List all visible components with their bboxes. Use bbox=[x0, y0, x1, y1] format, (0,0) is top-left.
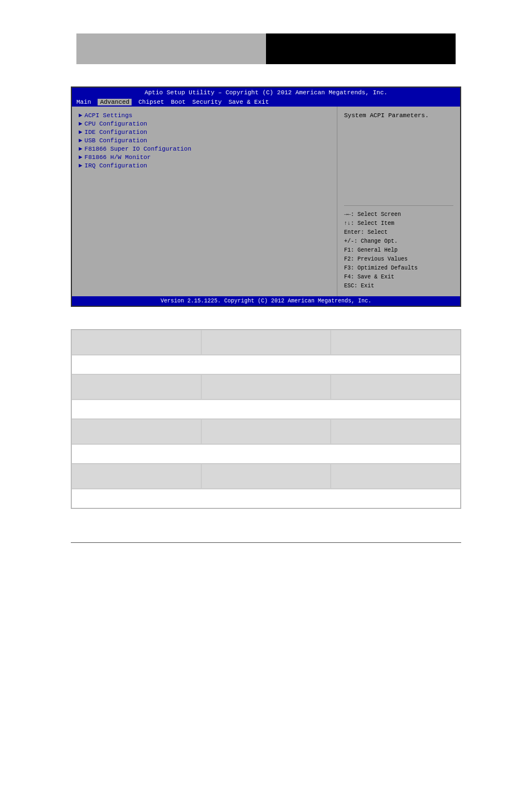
table-cell bbox=[71, 374, 201, 399]
bios-item-label: ACPI Settings bbox=[85, 112, 133, 119]
table-cell bbox=[201, 464, 331, 489]
table-row-full bbox=[71, 399, 461, 419]
table-cell bbox=[331, 419, 461, 444]
menu-advanced[interactable]: Advanced bbox=[98, 99, 132, 105]
bottom-divider bbox=[71, 542, 461, 543]
top-header bbox=[76, 33, 456, 64]
menu-main[interactable]: Main bbox=[76, 99, 91, 105]
bios-left-panel: ► ACPI Settings ► CPU Configuration ► ID… bbox=[72, 107, 337, 296]
table-cell bbox=[201, 374, 331, 399]
bios-item-label: IRQ Configuration bbox=[85, 162, 147, 169]
shortcut-f4: F4: Save & Exit bbox=[344, 273, 453, 282]
bios-menu-cpu[interactable]: ► CPU Configuration bbox=[79, 121, 330, 127]
bios-title-bar: Aptio Setup Utility – Copyright (C) 2012… bbox=[72, 88, 460, 98]
bios-menu-f81866-hw[interactable]: ► F81866 H/W Monitor bbox=[79, 154, 330, 161]
menu-chipset[interactable]: Chipset bbox=[138, 99, 164, 105]
table-row bbox=[71, 419, 461, 444]
arrow-icon: ► bbox=[79, 154, 83, 161]
bios-menu-acpi[interactable]: ► ACPI Settings bbox=[79, 112, 330, 119]
bios-footer: Version 2.15.1225. Copyright (C) 2012 Am… bbox=[72, 296, 460, 306]
top-header-left bbox=[76, 33, 266, 64]
shortcut-select-item: ↑↓: Select Item bbox=[344, 219, 453, 228]
table-cell bbox=[331, 330, 461, 355]
table-row-full bbox=[71, 489, 461, 508]
shortcut-select-screen: →←: Select Screen bbox=[344, 210, 453, 219]
bios-shortcuts: →←: Select Screen ↑↓: Select Item Enter:… bbox=[344, 210, 453, 291]
bios-menu-usb[interactable]: ► USB Configuration bbox=[79, 137, 330, 144]
table-row-full bbox=[71, 444, 461, 464]
table-cell bbox=[201, 330, 331, 355]
table-cell bbox=[71, 464, 201, 489]
bios-screenshot: Aptio Setup Utility – Copyright (C) 2012… bbox=[71, 86, 461, 307]
shortcut-enter: Enter: Select bbox=[344, 228, 453, 237]
table-cell bbox=[331, 374, 461, 399]
arrow-icon: ► bbox=[79, 129, 83, 136]
shortcut-f3: F3: Optimized Defaults bbox=[344, 264, 453, 273]
table-cell bbox=[71, 330, 201, 355]
top-header-right bbox=[266, 33, 456, 64]
bios-item-label: CPU Configuration bbox=[85, 121, 147, 127]
bios-item-label: F81866 Super IO Configuration bbox=[85, 146, 191, 152]
shortcut-change-opt: +/-: Change Opt. bbox=[344, 237, 453, 246]
arrow-icon: ► bbox=[79, 146, 83, 152]
arrow-icon: ► bbox=[79, 121, 83, 127]
table-cell bbox=[201, 419, 331, 444]
bios-item-label: USB Configuration bbox=[85, 137, 147, 144]
table-row-full bbox=[71, 355, 461, 374]
shortcut-esc: ESC: Exit bbox=[344, 282, 453, 291]
menu-save-exit[interactable]: Save & Exit bbox=[229, 99, 269, 105]
bios-right-panel: System ACPI Parameters. →←: Select Scree… bbox=[337, 107, 460, 296]
arrow-icon: ► bbox=[79, 112, 83, 119]
menu-boot[interactable]: Boot bbox=[171, 99, 185, 105]
shortcut-f1: F1: General Help bbox=[344, 246, 453, 255]
table-row bbox=[71, 464, 461, 489]
table-section bbox=[71, 329, 461, 509]
bios-divider bbox=[344, 205, 453, 206]
bios-menu-bar: Main Advanced Chipset Boot Security Save… bbox=[72, 98, 460, 107]
bios-item-label: IDE Configuration bbox=[85, 129, 147, 136]
table-row bbox=[71, 330, 461, 355]
table-cell bbox=[331, 464, 461, 489]
bios-menu-irq[interactable]: ► IRQ Configuration bbox=[79, 162, 330, 169]
table-row bbox=[71, 374, 461, 399]
bios-menu-f81866-superio[interactable]: ► F81866 Super IO Configuration bbox=[79, 146, 330, 152]
table-cell bbox=[71, 419, 201, 444]
bios-description: System ACPI Parameters. bbox=[344, 112, 453, 119]
bios-item-label: F81866 H/W Monitor bbox=[85, 154, 151, 161]
bios-version: Version 2.15.1225. Copyright (C) 2012 Am… bbox=[161, 298, 371, 304]
menu-security[interactable]: Security bbox=[192, 99, 222, 105]
arrow-icon: ► bbox=[79, 162, 83, 169]
shortcut-f2: F2: Previous Values bbox=[344, 255, 453, 264]
arrow-icon: ► bbox=[79, 137, 83, 144]
bios-menu-ide[interactable]: ► IDE Configuration bbox=[79, 129, 330, 136]
bios-body: ► ACPI Settings ► CPU Configuration ► ID… bbox=[72, 107, 460, 296]
bios-title: Aptio Setup Utility – Copyright (C) 2012… bbox=[144, 89, 388, 96]
